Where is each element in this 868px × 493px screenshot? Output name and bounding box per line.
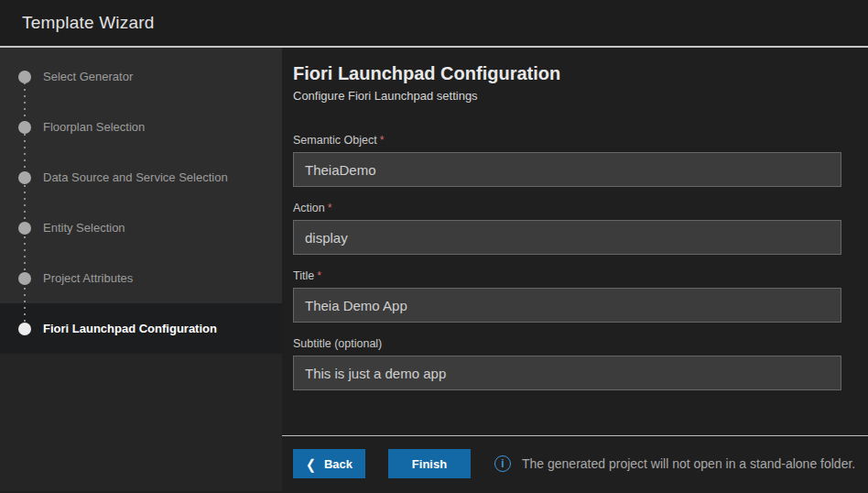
step-circle-icon — [18, 121, 31, 134]
info-note: i The generated project will not open in… — [494, 455, 855, 472]
steps-list: Select Generator Floorplan Selection Dat… — [0, 48, 282, 354]
subtitle-label: Subtitle (optional) — [293, 337, 841, 351]
wizard-step-select-generator[interactable]: Select Generator — [0, 51, 282, 102]
template-wizard-window: Template Wizard Select Generator Floorpl… — [0, 0, 868, 493]
main-panel: Fiori Launchpad Configuration Configure … — [282, 48, 868, 491]
title-input[interactable] — [293, 288, 841, 323]
page-title: Fiori Launchpad Configuration — [293, 61, 841, 85]
field-label-text: Title — [293, 269, 314, 282]
semantic-object-field-group: Semantic Object* — [293, 134, 841, 187]
field-label-text: Semantic Object — [293, 134, 377, 147]
window-title: Template Wizard — [22, 13, 155, 33]
step-label: Project Attributes — [43, 271, 133, 285]
step-label: Entity Selection — [43, 221, 125, 235]
info-note-text: The generated project will not open in a… — [522, 456, 855, 471]
step-label: Data Source and Service Selection — [43, 170, 228, 184]
info-icon: i — [494, 455, 511, 472]
field-label-text: Action — [293, 202, 325, 214]
finish-button[interactable]: Finish — [388, 449, 471, 478]
wizard-step-project-attributes[interactable]: Project Attributes — [0, 253, 282, 303]
main-content: Fiori Launchpad Configuration Configure … — [282, 48, 868, 435]
subtitle-field-group: Subtitle (optional) — [293, 337, 841, 390]
step-circle-icon — [18, 71, 31, 83]
action-field-group: Action* — [293, 202, 841, 255]
wizard-step-entity-selection[interactable]: Entity Selection — [0, 203, 282, 253]
launchpad-config-form: Semantic Object* Action* Title* Subtitle… — [293, 134, 841, 390]
title-field-group: Title* — [293, 269, 841, 323]
step-circle-icon — [18, 171, 31, 184]
required-asterisk: * — [317, 269, 321, 282]
step-circle-icon — [18, 323, 31, 335]
page-subtitle: Configure Fiori Launchpad settings — [293, 89, 841, 104]
wizard-header: Template Wizard — [0, 0, 868, 48]
wizard-step-data-source-and-service-selection[interactable]: Data Source and Service Selection — [0, 152, 282, 203]
semantic-object-label: Semantic Object* — [293, 134, 841, 148]
required-asterisk: * — [380, 134, 385, 147]
steps-sidebar: Select Generator Floorplan Selection Dat… — [0, 48, 282, 491]
subtitle-input[interactable] — [293, 356, 841, 390]
chevron-left-icon: ❮ — [306, 455, 316, 471]
finish-button-label: Finish — [412, 457, 447, 471]
step-label: Select Generator — [43, 70, 133, 83]
required-asterisk: * — [328, 202, 332, 214]
wizard-step-floorplan-selection[interactable]: Floorplan Selection — [0, 102, 282, 152]
field-label-text: Subtitle (optional) — [293, 337, 382, 350]
step-label: Floorplan Selection — [43, 120, 145, 134]
step-label: Fiori Launchpad Configuration — [43, 322, 217, 335]
wizard-footer: ❮ Back Finish i The generated project wi… — [282, 435, 868, 491]
step-circle-icon — [18, 222, 31, 235]
action-label: Action* — [293, 202, 841, 215]
back-button[interactable]: ❮ Back — [293, 449, 365, 478]
step-circle-icon — [18, 272, 31, 285]
back-button-label: Back — [324, 457, 353, 471]
action-input[interactable] — [293, 220, 841, 255]
semantic-object-input[interactable] — [293, 152, 841, 187]
title-label: Title* — [293, 269, 841, 283]
wizard-step-fiori-launchpad-configuration[interactable]: Fiori Launchpad Configuration — [0, 303, 282, 354]
